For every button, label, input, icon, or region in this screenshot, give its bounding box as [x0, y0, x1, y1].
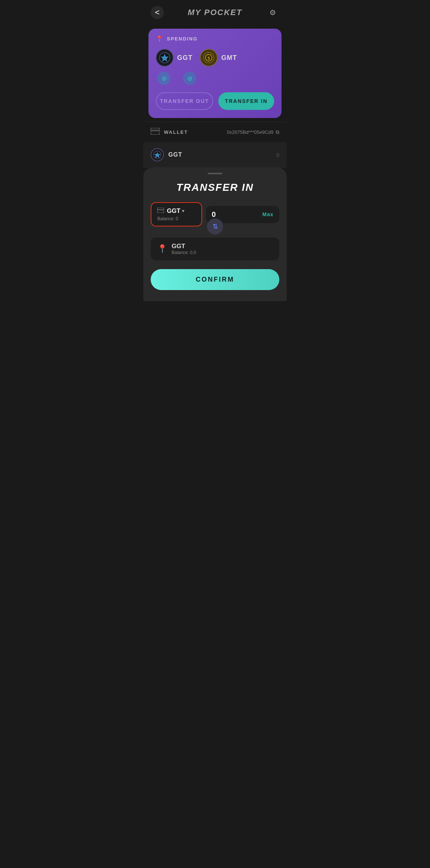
to-box: 📍 GGT Balance: 0.0 — [151, 237, 279, 260]
transfer-out-button[interactable]: TRANSFER OUT — [156, 92, 213, 110]
amount-value: 0 — [212, 210, 216, 219]
gmt-logo: $ — [200, 49, 218, 67]
wallet-card-icon — [151, 128, 160, 136]
balance-row: ⊘ ⊘ — [156, 72, 274, 85]
from-token-name: GGT ▾ — [167, 207, 184, 215]
gmt-balance-icon: ⊘ — [183, 72, 196, 85]
to-pin-icon: 📍 — [157, 244, 167, 254]
settings-button[interactable]: ⚙ — [266, 6, 279, 19]
wallet-row: WALLET 0x2075Bd***05e9Cd9 ⧉ — [143, 122, 287, 142]
gmt-token-name: GMT — [221, 54, 237, 62]
gear-icon: ⚙ — [269, 8, 276, 17]
back-button[interactable]: < — [151, 6, 164, 19]
wallet-label: WALLET — [164, 129, 188, 135]
ggt-balance-zero: 0 — [276, 152, 279, 158]
transfer-in-button[interactable]: TRANSFER IN — [218, 92, 274, 110]
back-icon: < — [155, 8, 160, 17]
from-balance: Balance: 0 — [157, 216, 196, 221]
wallet-address: 0x2075Bd***05e9Cd9 ⧉ — [227, 129, 280, 135]
to-info: GGT Balance: 0.0 — [172, 243, 196, 255]
pin-icon: 📍 — [156, 35, 164, 42]
ggt-wallet-row: GGT 0 — [143, 142, 287, 168]
svg-rect-6 — [151, 130, 160, 131]
ggt-left: GGT — [151, 148, 182, 161]
to-token-name: GGT — [172, 243, 196, 250]
swap-arrows-icon: ⇅ — [212, 222, 218, 231]
copy-icon[interactable]: ⧉ — [276, 129, 279, 135]
tokens-row: GGT $ GMT — [156, 49, 274, 67]
from-card-icon — [157, 208, 164, 214]
svg-text:$: $ — [208, 56, 210, 60]
ggt-small-logo — [151, 148, 164, 161]
from-box-header: GGT ▾ — [157, 207, 196, 215]
bottom-sheet: TRANSFER IN GGT ▾ Balance: 0 0 Max — [143, 168, 287, 301]
ggt-logo — [156, 49, 173, 67]
ggt-token-name: GGT — [177, 54, 193, 62]
spending-card: 📍 SPENDING GGT $ GMT ⊘ — [148, 29, 282, 118]
spending-label: 📍 SPENDING — [156, 35, 274, 42]
svg-rect-10 — [157, 209, 164, 210]
transfer-buttons: TRANSFER OUT TRANSFER IN — [156, 92, 274, 110]
chevron-down-icon: ▾ — [182, 208, 184, 214]
sheet-title: TRANSFER IN — [151, 182, 279, 193]
header: < MY POCKET ⚙ — [143, 0, 287, 25]
wallet-left: WALLET — [151, 128, 188, 136]
ggt-row-name: GGT — [168, 151, 182, 158]
ggt-balance-icon: ⊘ — [157, 72, 171, 85]
from-token-selector[interactable]: GGT ▾ Balance: 0 — [151, 202, 202, 226]
transfer-form: GGT ▾ Balance: 0 0 Max ⇅ — [151, 202, 279, 226]
page-title: MY POCKET — [188, 8, 242, 17]
confirm-button[interactable]: CONFIRM — [151, 269, 279, 290]
token-item-gmt: $ GMT — [200, 49, 237, 67]
swap-direction-button[interactable]: ⇅ — [207, 218, 223, 235]
token-item-ggt: GGT — [156, 49, 193, 67]
to-balance: Balance: 0.0 — [172, 250, 196, 255]
max-button[interactable]: Max — [262, 211, 273, 217]
sheet-handle — [208, 173, 222, 174]
